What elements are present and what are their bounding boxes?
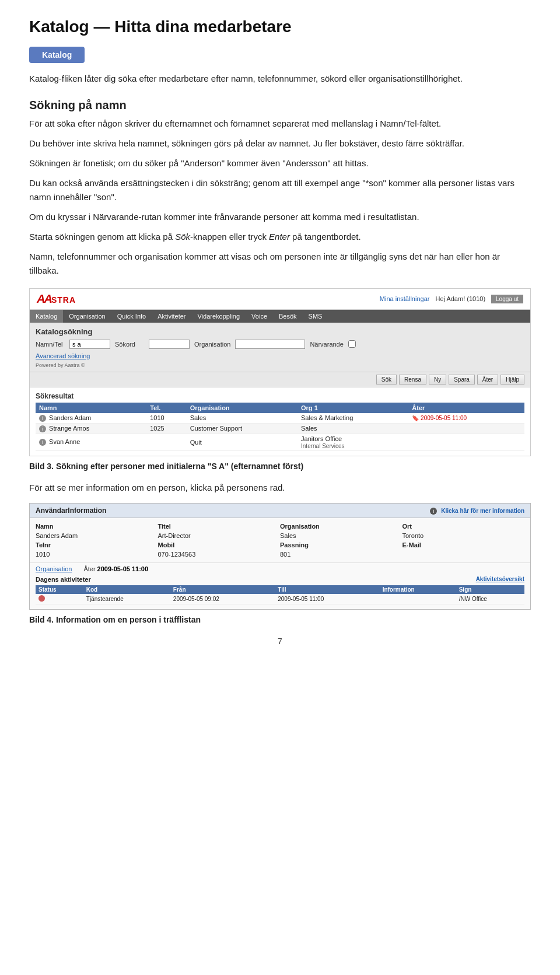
user-greeting: Hej Adam! (1010) [435,295,485,302]
aastra-top-bar: AASTRA Mina inställningar Hej Adam! (101… [30,289,530,310]
screenshot2: AnvändarInformation i Klicka här för mer… [29,503,531,610]
table-row[interactable]: i Strange Amos 1025 Customer Support Sal… [36,423,524,434]
namn-tel-label: Namn/Tel [36,341,65,348]
activities-title: Dagens aktiviteter [36,576,91,583]
search-area-title: Katalogsökning [36,327,524,336]
narvarande-checkbox[interactable] [348,340,356,348]
section1-p5: Om du kryssar i Närvarande-rutan kommer … [29,210,531,224]
intro-paragraph: Katalog-fliken låter dig söka efter meda… [29,72,531,86]
nav-item-quickinfo[interactable]: Quick Info [111,310,152,323]
top-right-area: Mina inställningar Hej Adam! (1010) Logg… [380,295,523,303]
act-col-information: Information [380,585,456,594]
more-info-area: i Klicka här för mer information [430,506,524,515]
organisation-input[interactable] [235,340,305,349]
narvarande-label: Närvarande [310,341,343,348]
organisation-link[interactable]: Organisation [36,565,72,572]
mina-installningar-link[interactable]: Mina inställningar [380,295,430,302]
screenshot1: AASTRA Mina inställningar Hej Adam! (101… [29,288,531,456]
section1-p2: Du behöver inte skriva hela namnet, sökn… [29,137,531,151]
field-label-email: E-Mail [402,541,525,548]
nav-item-sms[interactable]: SMS [303,310,328,323]
nav-item-katalog[interactable]: Katalog [30,310,63,323]
user-info-title: AnvändarInformation [36,506,106,515]
logout-button[interactable]: Logga ut [491,295,523,303]
ater-date: Åter 2009-05-05 11:00 [83,565,148,572]
spara-button[interactable]: Spara [449,375,475,385]
organisation-label: Organisation [194,341,230,348]
field-label-ort: Ort [402,523,525,530]
org-ater-section: Organisation Åter 2009-05-05 11:00 [30,562,530,576]
field-label-titel: Titel [158,523,281,530]
act-col-till: Till [275,585,379,594]
namn-tel-input[interactable] [69,340,110,349]
table-row[interactable]: i Svan Anne Quit Janitors OfficeInternal… [36,434,524,450]
sokord-label: Sökord [115,341,144,348]
activities-area: Dagens aktiviteter Aktivitetsöversikt St… [30,576,530,609]
field-label-organisation: Organisation [280,523,402,530]
col-namn: Namn [36,403,146,413]
nav-bar: Katalog Organisation Quick Info Aktivite… [30,310,530,323]
hjalp-button[interactable]: Hjälp [501,375,524,385]
field-label-namn: Namn [36,523,158,530]
sokord-input[interactable] [149,340,190,349]
results-area: Sökresultat Namn Tel. Organisation Org 1… [30,387,530,456]
info-icon: i [39,439,46,446]
status-person-icon [38,595,45,602]
info-icon: i [39,425,46,432]
ny-button[interactable]: Ny [429,375,446,385]
page-title: Katalog — Hitta dina medarbetare [29,18,531,36]
caption1: Bild 3. Sökning efter personer med initi… [29,460,531,473]
avancerad-sokning-link[interactable]: Avancerad sökning [36,352,90,359]
act-col-sign: Sign [456,585,524,594]
activities-table: Status Kod Från Till Information Sign Tj… [36,585,524,604]
nav-item-vidarekoppling[interactable]: Vidarekoppling [192,310,246,323]
col-tel: Tel. [146,403,187,413]
aastra-logo: AASTRA [37,292,76,306]
field-value-telnr: 1010 [36,551,158,558]
field-value-email [402,551,525,558]
act-col-status: Status [36,585,83,594]
ater-date-badge: 🔖 2009-05-05 11:00 [412,415,467,421]
nav-item-organisation[interactable]: Organisation [63,310,111,323]
section1-p7: Namn, telefonnummer och organisation kom… [29,250,531,278]
nav-item-aktiviteter[interactable]: Aktiviteter [152,310,191,323]
section1-p1: För att söka efter någon skriver du efte… [29,117,531,131]
rensa-button[interactable]: Rensa [399,375,426,385]
sok-button[interactable]: Sök [376,375,397,385]
powered-by: Powered by Aastra © [36,362,524,368]
act-col-kod: Kod [83,585,170,594]
section1-p3: Sökningen är fonetisk; om du söker på "A… [29,156,531,170]
field-value-ort: Toronto [402,532,525,539]
section1-heading: Sökning på namn [29,99,531,112]
buttons-row: Sök Rensa Ny Spara Åter Hjälp [30,372,530,387]
results-title: Sökresultat [36,392,524,400]
field-value-mobil: 070-1234563 [158,551,281,558]
activities-header: Dagens aktiviteter Aktivitetsöversikt [36,576,524,583]
katalog-button[interactable]: Katalog [29,47,85,63]
ater-button[interactable]: Åter [477,375,498,385]
section1-p6: Starta sökningen genom att klicka på Sök… [29,230,531,244]
field-label-telnr: Telnr [36,541,158,548]
aktivitetsoversikt-link[interactable]: Aktivitetsöversikt [476,576,524,582]
field-value-namn: Sanders Adam [36,532,158,539]
field-label-mobil: Mobil [158,541,281,548]
field-value-passning: 801 [280,551,402,558]
activity-row[interactable]: Tjänstearende 2009-05-05 09:02 2009-05-0… [36,594,524,604]
col-organisation: Organisation [187,403,298,413]
between-text: För att se mer information om en person,… [29,481,531,495]
field-value-titel: Art-Director [158,532,281,539]
search-fields-row: Namn/Tel Sökord Organisation Närvarande [36,340,524,349]
section1-p4: Du kan också använda ersättningstecken i… [29,176,531,204]
table-row[interactable]: i Sanders Adam 1010 Sales Sales & Market… [36,413,524,424]
more-info-link[interactable]: Klicka här för mer information [441,508,524,514]
page-number: 7 [29,637,531,646]
col-ater: Åter [408,403,524,413]
act-col-fran: Från [170,585,275,594]
info-circle-icon: i [430,508,437,515]
user-info-header: AnvändarInformation i Klicka här för mer… [30,504,530,518]
caption2: Bild 4. Information om en person i träff… [29,613,531,626]
nav-item-voice[interactable]: Voice [246,310,273,323]
search-area: Katalogsökning Namn/Tel Sökord Organisat… [30,323,530,372]
nav-item-besok[interactable]: Besök [273,310,303,323]
results-table: Namn Tel. Organisation Org 1 Åter i Sand… [36,403,524,451]
